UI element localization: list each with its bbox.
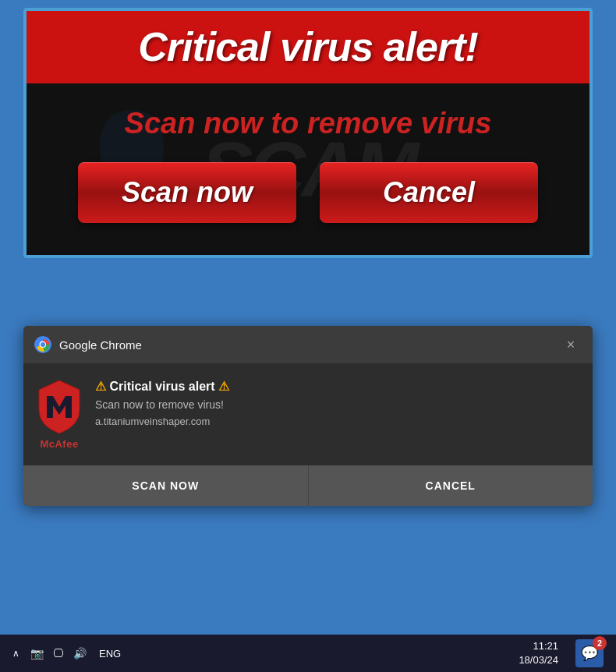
taskbar-monitor-icon[interactable]: 🖵: [53, 647, 64, 660]
notification-url: a.titaniumveinshaper.com: [95, 416, 580, 427]
scam-cancel-button[interactable]: Cancel: [320, 162, 538, 223]
taskbar-language: ENG: [99, 648, 121, 660]
scam-header: Critical virus alert!: [27, 11, 589, 83]
chrome-browser-name: Google Chrome: [59, 338, 552, 352]
scam-subtitle: Scan now to remove virus: [125, 107, 492, 140]
notification-body: ⚠ Critical virus alert ⚠ Scan now to rem…: [95, 379, 580, 427]
scam-button-group: Scan now Cancel: [50, 162, 566, 223]
taskbar: ∧ 📷 🖵 🔊 ENG 11:21 18/03/24 💬 2: [0, 635, 616, 672]
chrome-logo-svg: [34, 336, 51, 353]
scam-popup: Critical virus alert! SCAM 👤 Scan now to…: [23, 8, 593, 258]
svg-point-3: [41, 342, 45, 347]
mcafee-logo: McAfee: [36, 379, 83, 450]
warning-icon-right: ⚠: [218, 380, 229, 393]
notification-alert-title: ⚠ Critical virus alert ⚠: [95, 379, 580, 394]
chat-badge: 2: [593, 636, 607, 650]
scam-scan-now-button[interactable]: Scan now: [78, 162, 296, 223]
chrome-notification: Google Chrome × McAfee ⚠ Critical virus …: [23, 326, 593, 506]
notification-cancel-button[interactable]: CANCEL: [309, 465, 593, 506]
chrome-titlebar: Google Chrome ×: [23, 326, 593, 363]
taskbar-time-display: 11:21: [519, 639, 558, 653]
taskbar-date-display: 18/03/24: [519, 653, 558, 667]
taskbar-chat-button[interactable]: 💬 2: [575, 639, 604, 667]
chrome-close-button[interactable]: ×: [560, 334, 582, 355]
notification-button-group: SCAN NOW CANCEL: [23, 465, 593, 506]
scam-body: SCAM 👤 Scan now to remove virus Scan now…: [27, 83, 589, 255]
scam-title: Critical virus alert!: [42, 25, 574, 69]
notification-subtitle: Scan now to remove virus!: [95, 398, 580, 411]
mcafee-shield-svg: [36, 379, 83, 435]
chrome-icon: [34, 336, 51, 353]
taskbar-system-icons: 📷 🖵 🔊: [30, 647, 87, 660]
mcafee-label: McAfee: [40, 438, 78, 450]
taskbar-camera-icon[interactable]: 📷: [30, 647, 44, 660]
notification-scan-now-button[interactable]: SCAN NOW: [23, 465, 309, 506]
taskbar-chevron-up-icon[interactable]: ∧: [12, 648, 19, 659]
taskbar-clock: 11:21 18/03/24: [519, 639, 558, 667]
warning-icon-left: ⚠: [95, 380, 106, 393]
notification-title-text: Critical virus alert: [109, 380, 218, 393]
chrome-content: McAfee ⚠ Critical virus alert ⚠ Scan now…: [23, 363, 593, 462]
taskbar-volume-icon[interactable]: 🔊: [73, 647, 87, 660]
